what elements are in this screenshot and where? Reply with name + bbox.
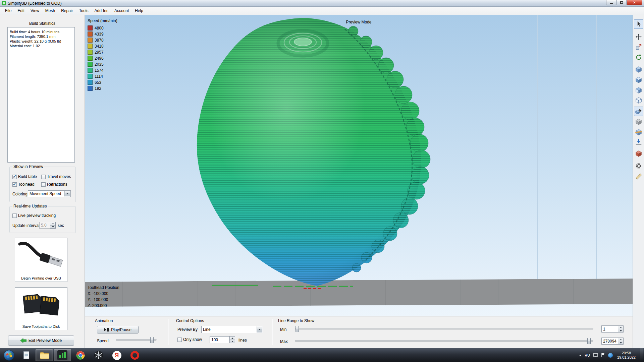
preview-mode-tool-icon[interactable] [634, 107, 643, 116]
min-slider-thumb[interactable] [296, 326, 299, 332]
travel-moves-checkbox[interactable]: Travel moves [41, 174, 71, 179]
update-interval-spinner[interactable] [50, 222, 56, 229]
taskbar-media-player-button[interactable] [90, 349, 107, 361]
hidden-icons-arrow[interactable] [579, 355, 582, 356]
action-center-flag-icon[interactable] [601, 353, 605, 358]
maximize-button[interactable] [616, 0, 627, 5]
build-table-checkbox[interactable]: Build table [12, 174, 37, 179]
update-interval-label: Update interval [12, 223, 40, 228]
legend-color-swatch [88, 80, 93, 85]
build-table-checkbox-box[interactable] [12, 175, 17, 179]
view-cube-outline-icon[interactable] [634, 96, 643, 105]
speed-legend: Speed (mm/min) 4800 4339 3878 3418 2957 … [88, 18, 117, 92]
speed-slider[interactable] [116, 337, 157, 343]
tray-app-icon[interactable] [608, 353, 613, 358]
lines-count-input[interactable] [210, 336, 230, 343]
keyboard-layout-badge[interactable]: RU [585, 353, 590, 357]
only-show-checkbox[interactable]: Only show [177, 337, 202, 342]
min-line-input[interactable] [601, 325, 618, 333]
max-line-slider[interactable] [295, 337, 593, 345]
menu-edit[interactable]: Edit [14, 7, 28, 14]
min-line-spinner[interactable] [618, 325, 624, 333]
spinner-down-icon[interactable] [618, 329, 623, 332]
spinner-down-icon[interactable] [50, 226, 55, 229]
only-show-checkbox-box[interactable] [177, 338, 182, 342]
retractions-checkbox-box[interactable] [41, 182, 46, 187]
support-structures-icon[interactable] [634, 149, 643, 158]
max-line-input[interactable] [601, 338, 618, 345]
menu-account[interactable]: Account [111, 7, 132, 14]
cut-plane-icon[interactable] [634, 127, 643, 137]
toolhead-checkbox-box[interactable] [12, 182, 17, 187]
speed-slider-thumb[interactable] [150, 337, 154, 343]
minimize-button[interactable] [606, 0, 616, 5]
update-interval-input[interactable] [39, 222, 50, 229]
close-button[interactable]: ✕ [627, 0, 642, 5]
lines-count-spinner[interactable] [230, 336, 235, 343]
spinner-up-icon[interactable] [618, 326, 623, 329]
spinner-up-icon[interactable] [618, 338, 623, 341]
view-cube-side-icon[interactable] [634, 85, 643, 95]
build-statistics-title: Build Statistics [0, 21, 85, 26]
legend-color-swatch [88, 38, 93, 43]
close-icon: ✕ [633, 1, 636, 4]
coloring-select-arrow[interactable] [64, 191, 70, 196]
model-toolbar [633, 15, 644, 348]
taskbar-simplify3d-button[interactable] [54, 349, 71, 361]
cross-section-icon[interactable] [634, 117, 643, 126]
live-preview-checkbox-box[interactable] [12, 214, 17, 218]
begin-printing-usb-button[interactable]: Begin Printing over USB [15, 238, 67, 282]
menu-file[interactable]: File [2, 7, 14, 14]
realtime-updates-group: Real-time Updates Live preview tracking … [9, 206, 76, 233]
show-desktop-button[interactable] [640, 348, 643, 362]
stat-filament-length: Filament length: 7350.1 mm [10, 34, 72, 39]
measure-tool-icon[interactable] [634, 172, 643, 181]
rotate-tool-icon[interactable] [634, 53, 643, 62]
toolhead-checkbox[interactable]: Toolhead [12, 182, 35, 187]
taskbar-yandex-button[interactable]: Я [108, 349, 125, 361]
toolhead-y: Y: -100.000 [88, 297, 119, 303]
spinner-up-icon[interactable] [230, 337, 235, 340]
legend-entry: 2496 [88, 56, 117, 61]
view-cube-icon[interactable] [634, 65, 643, 74]
spinner-down-icon[interactable] [618, 341, 623, 344]
exit-preview-button[interactable]: Exit Preview Mode [8, 336, 74, 346]
taskbar-clock[interactable]: 20:58 19.01.2022 [617, 351, 636, 360]
menu-help[interactable]: Help [132, 7, 146, 14]
retractions-checkbox[interactable]: Retractions [41, 182, 67, 187]
max-line-spinner[interactable] [618, 338, 624, 345]
preview-by-select-arrow[interactable] [257, 326, 262, 333]
menu-addins[interactable]: Add-Ins [92, 7, 111, 14]
network-icon[interactable] [593, 353, 598, 358]
scale-tool-icon[interactable] [634, 42, 643, 52]
menu-repair[interactable]: Repair [58, 7, 76, 14]
menu-view[interactable]: View [28, 7, 42, 14]
max-slider-thumb[interactable] [587, 338, 591, 344]
save-toolpaths-button[interactable]: Save Toolpaths to Disk [15, 287, 67, 330]
taskbar-opera-button[interactable] [126, 349, 144, 361]
play-pause-button[interactable]: Play/Pause [97, 326, 139, 334]
spinner-down-icon[interactable] [230, 340, 235, 343]
translate-tool-icon[interactable] [634, 32, 643, 42]
taskbar-chrome-button[interactable] [72, 349, 89, 361]
usb-cable-icon [18, 239, 65, 272]
drop-to-bed-icon[interactable] [634, 137, 643, 147]
spinner-up-icon[interactable] [50, 222, 55, 226]
select-tool-icon[interactable] [634, 19, 643, 29]
coloring-select[interactable]: Movement Speed [28, 190, 71, 197]
window-titlebar[interactable]: Simplify3D (Licensed to GOD) ✕ [0, 0, 644, 7]
taskbar-explorer-button[interactable] [36, 349, 53, 361]
live-preview-checkbox[interactable]: Live preview tracking [12, 213, 56, 218]
travel-moves-checkbox-box[interactable] [41, 175, 46, 179]
view-cube-top-icon[interactable] [634, 75, 643, 84]
preview-sidebar: Build Statistics Build time: 4 hours 10 … [0, 15, 85, 348]
settings-gear-icon[interactable] [634, 161, 643, 171]
start-button[interactable] [3, 349, 15, 362]
preview-by-select[interactable]: Line [201, 326, 263, 333]
menu-mesh[interactable]: Mesh [42, 7, 58, 14]
taskbar-file-manager-button[interactable] [17, 349, 35, 361]
legend-entry: 2035 [88, 62, 117, 67]
3d-scene[interactable] [85, 15, 633, 316]
menu-tools[interactable]: Tools [76, 7, 92, 14]
min-line-slider[interactable] [295, 325, 593, 333]
